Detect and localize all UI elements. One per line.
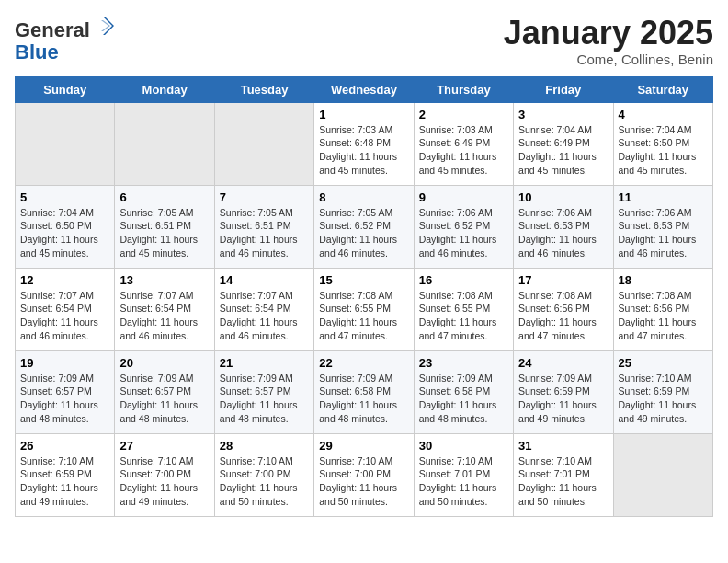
day-info: Sunrise: 7:07 AM Sunset: 6:54 PM Dayligh…	[20, 289, 109, 343]
calendar-cell	[613, 433, 712, 516]
day-info: Sunrise: 7:10 AM Sunset: 7:00 PM Dayligh…	[220, 454, 309, 509]
day-number: 14	[220, 273, 309, 287]
day-info: Sunrise: 7:06 AM Sunset: 6:53 PM Dayligh…	[619, 206, 708, 260]
day-number: 7	[220, 190, 309, 204]
calendar-cell: 17Sunrise: 7:08 AM Sunset: 6:56 PM Dayli…	[514, 268, 613, 350]
calendar-cell: 5Sunrise: 7:04 AM Sunset: 6:50 PM Daylig…	[16, 185, 115, 268]
day-number: 13	[119, 273, 209, 287]
day-number: 22	[319, 356, 408, 370]
day-number: 16	[419, 273, 508, 287]
day-number: 25	[619, 356, 708, 370]
calendar-cell: 26Sunrise: 7:10 AM Sunset: 6:59 PM Dayli…	[16, 433, 115, 516]
day-number: 4	[619, 108, 708, 121]
calendar-cell: 8Sunrise: 7:05 AM Sunset: 6:52 PM Daylig…	[314, 185, 414, 268]
day-info: Sunrise: 7:09 AM Sunset: 6:57 PM Dayligh…	[119, 372, 209, 426]
day-number: 9	[419, 190, 508, 204]
day-number: 3	[518, 108, 608, 121]
day-info: Sunrise: 7:08 AM Sunset: 6:56 PM Dayligh…	[518, 289, 608, 343]
day-info: Sunrise: 7:04 AM Sunset: 6:50 PM Dayligh…	[619, 123, 708, 178]
calendar-cell: 3Sunrise: 7:04 AM Sunset: 6:49 PM Daylig…	[514, 102, 613, 185]
week-row-1: 1Sunrise: 7:03 AM Sunset: 6:48 PM Daylig…	[16, 102, 713, 185]
day-number: 29	[319, 439, 408, 453]
calendar-cell: 21Sunrise: 7:09 AM Sunset: 6:57 PM Dayli…	[214, 350, 313, 433]
day-info: Sunrise: 7:04 AM Sunset: 6:50 PM Dayligh…	[20, 206, 109, 260]
day-number: 15	[319, 273, 408, 287]
day-number: 26	[20, 439, 109, 453]
calendar-cell: 12Sunrise: 7:07 AM Sunset: 6:54 PM Dayli…	[16, 268, 115, 350]
calendar-cell: 20Sunrise: 7:09 AM Sunset: 6:57 PM Dayli…	[115, 350, 214, 433]
day-info: Sunrise: 7:05 AM Sunset: 6:51 PM Dayligh…	[119, 206, 209, 260]
calendar-cell: 22Sunrise: 7:09 AM Sunset: 6:58 PM Dayli…	[314, 350, 414, 433]
day-info: Sunrise: 7:08 AM Sunset: 6:55 PM Dayligh…	[319, 289, 408, 343]
location: Come, Collines, Benin	[504, 52, 713, 67]
day-info: Sunrise: 7:06 AM Sunset: 6:52 PM Dayligh…	[419, 206, 508, 260]
week-row-2: 5Sunrise: 7:04 AM Sunset: 6:50 PM Daylig…	[16, 185, 713, 268]
calendar-cell: 6Sunrise: 7:05 AM Sunset: 6:51 PM Daylig…	[115, 185, 214, 268]
header-row: SundayMondayTuesdayWednesdayThursdayFrid…	[16, 76, 713, 102]
calendar-cell: 24Sunrise: 7:09 AM Sunset: 6:59 PM Dayli…	[514, 350, 613, 433]
day-info: Sunrise: 7:10 AM Sunset: 7:00 PM Dayligh…	[319, 454, 408, 509]
day-info: Sunrise: 7:07 AM Sunset: 6:54 PM Dayligh…	[119, 289, 209, 343]
calendar-cell: 2Sunrise: 7:03 AM Sunset: 6:49 PM Daylig…	[414, 102, 513, 185]
calendar-cell	[115, 102, 214, 185]
day-info: Sunrise: 7:05 AM Sunset: 6:51 PM Dayligh…	[220, 206, 309, 260]
day-info: Sunrise: 7:09 AM Sunset: 6:58 PM Dayligh…	[319, 372, 408, 426]
calendar-cell: 28Sunrise: 7:10 AM Sunset: 7:00 PM Dayli…	[214, 433, 313, 516]
day-info: Sunrise: 7:10 AM Sunset: 6:59 PM Dayligh…	[619, 372, 708, 426]
day-info: Sunrise: 7:09 AM Sunset: 6:57 PM Dayligh…	[20, 372, 109, 426]
calendar-cell: 30Sunrise: 7:10 AM Sunset: 7:01 PM Dayli…	[414, 433, 513, 516]
calendar-cell: 23Sunrise: 7:09 AM Sunset: 6:58 PM Dayli…	[414, 350, 513, 433]
calendar-cell: 29Sunrise: 7:10 AM Sunset: 7:00 PM Dayli…	[314, 433, 414, 516]
day-info: Sunrise: 7:06 AM Sunset: 6:53 PM Dayligh…	[518, 206, 608, 260]
day-info: Sunrise: 7:09 AM Sunset: 6:59 PM Dayligh…	[518, 372, 608, 426]
day-info: Sunrise: 7:03 AM Sunset: 6:48 PM Dayligh…	[319, 123, 408, 178]
calendar-cell: 4Sunrise: 7:04 AM Sunset: 6:50 PM Daylig…	[613, 102, 712, 185]
day-info: Sunrise: 7:05 AM Sunset: 6:52 PM Dayligh…	[319, 206, 408, 260]
day-info: Sunrise: 7:09 AM Sunset: 6:57 PM Dayligh…	[220, 372, 309, 426]
logo: General Blue	[15, 15, 114, 63]
day-number: 8	[319, 190, 408, 204]
day-number: 27	[119, 439, 209, 453]
day-info: Sunrise: 7:03 AM Sunset: 6:49 PM Dayligh…	[419, 123, 508, 178]
calendar-header: SundayMondayTuesdayWednesdayThursdayFrid…	[16, 76, 713, 102]
column-header-thursday: Thursday	[414, 76, 513, 102]
day-number: 28	[220, 439, 309, 453]
week-row-5: 26Sunrise: 7:10 AM Sunset: 6:59 PM Dayli…	[16, 433, 713, 516]
day-number: 6	[119, 190, 209, 204]
day-info: Sunrise: 7:08 AM Sunset: 6:55 PM Dayligh…	[419, 289, 508, 343]
day-number: 12	[20, 273, 109, 287]
calendar-cell: 10Sunrise: 7:06 AM Sunset: 6:53 PM Dayli…	[514, 185, 613, 268]
column-header-tuesday: Tuesday	[214, 76, 313, 102]
day-number: 31	[518, 439, 608, 453]
month-title: January 2025	[504, 15, 713, 52]
day-number: 17	[518, 273, 608, 287]
day-number: 21	[220, 356, 309, 370]
day-info: Sunrise: 7:08 AM Sunset: 6:56 PM Dayligh…	[619, 289, 708, 343]
day-number: 24	[518, 356, 608, 370]
column-header-saturday: Saturday	[613, 76, 712, 102]
logo-general-text: General	[15, 18, 90, 41]
calendar-cell: 13Sunrise: 7:07 AM Sunset: 6:54 PM Dayli…	[115, 268, 214, 350]
day-number: 5	[20, 190, 109, 204]
calendar-cell: 9Sunrise: 7:06 AM Sunset: 6:52 PM Daylig…	[414, 185, 513, 268]
calendar-cell: 31Sunrise: 7:10 AM Sunset: 7:01 PM Dayli…	[514, 433, 613, 516]
day-number: 11	[619, 190, 708, 204]
calendar-cell: 1Sunrise: 7:03 AM Sunset: 6:48 PM Daylig…	[314, 102, 414, 185]
calendar-cell: 16Sunrise: 7:08 AM Sunset: 6:55 PM Dayli…	[414, 268, 513, 350]
logo-blue-text: Blue	[15, 40, 59, 63]
page-header: General Blue January 2025 Come, Collines…	[15, 15, 713, 67]
calendar-cell: 27Sunrise: 7:10 AM Sunset: 7:00 PM Dayli…	[115, 433, 214, 516]
calendar-cell: 11Sunrise: 7:06 AM Sunset: 6:53 PM Dayli…	[613, 185, 712, 268]
day-number: 19	[20, 356, 109, 370]
column-header-wednesday: Wednesday	[314, 76, 414, 102]
calendar-cell	[214, 102, 313, 185]
calendar-table: SundayMondayTuesdayWednesdayThursdayFrid…	[15, 76, 713, 517]
day-number: 2	[419, 108, 508, 121]
day-number: 20	[119, 356, 209, 370]
day-number: 23	[419, 356, 508, 370]
calendar-cell: 15Sunrise: 7:08 AM Sunset: 6:55 PM Dayli…	[314, 268, 414, 350]
week-row-4: 19Sunrise: 7:09 AM Sunset: 6:57 PM Dayli…	[16, 350, 713, 433]
day-info: Sunrise: 7:04 AM Sunset: 6:49 PM Dayligh…	[518, 123, 608, 178]
logo-icon	[92, 15, 114, 37]
day-info: Sunrise: 7:10 AM Sunset: 7:01 PM Dayligh…	[419, 454, 508, 509]
